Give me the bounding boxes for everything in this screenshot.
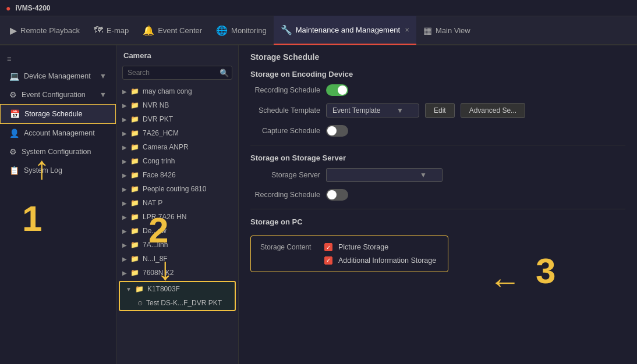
camera-panel-title: Camera bbox=[116, 45, 238, 63]
folder-icon: 📁 bbox=[130, 101, 139, 109]
recording-schedule2-toggle[interactable] bbox=[326, 189, 348, 201]
folder-icon: 📁 bbox=[130, 213, 139, 221]
sidebar-hamburger[interactable]: ≡ bbox=[0, 51, 116, 67]
monitoring-icon: 🌐 bbox=[216, 25, 228, 36]
top-nav: ▶ Remote Playback 🗺 E-map 🔔 Event Center… bbox=[0, 16, 637, 45]
sidebar-item-sys-config[interactable]: ⚙ System Configuration bbox=[0, 142, 116, 161]
nav-emap[interactable]: 🗺 E-map bbox=[87, 16, 136, 45]
section-storage-server: Storage on Storage Server bbox=[250, 154, 625, 162]
sidebar-item-sys-log[interactable]: 📋 System Log bbox=[0, 161, 116, 180]
folder-icon: 📁 bbox=[130, 87, 139, 95]
capture-schedule-label: Capture Schedule bbox=[250, 127, 320, 135]
arrow-icon: ▶ bbox=[122, 116, 127, 123]
advanced-button[interactable]: Advanced Se... bbox=[461, 103, 525, 118]
camera-item-face[interactable]: ▶ 📁 Face 8426 bbox=[116, 168, 238, 182]
search-icon[interactable]: 🔍 bbox=[220, 69, 229, 77]
camera-sub-item-test[interactable]: ⊙ Test DS-K...F_DVR PKT bbox=[120, 296, 235, 310]
camera-sub-icon: ⊙ bbox=[137, 299, 143, 307]
main-layout: ≡ 💻 Device Management ▼ ⚙ Event Configur… bbox=[0, 45, 637, 364]
arrow-icon: ▶ bbox=[122, 88, 127, 95]
nav-main-view[interactable]: ▦ Main View bbox=[416, 16, 477, 45]
camera-item-dvr-pkt[interactable]: ▶ 📁 DVR PKT bbox=[116, 112, 238, 126]
camera-item-n-8f[interactable]: ▶ 📁 N...I_8F bbox=[116, 252, 238, 266]
storage-server-row: Storage Server ▼ bbox=[250, 168, 625, 182]
camera-item-7a26-hcm[interactable]: ▶ 📁 7A26_HCM bbox=[116, 126, 238, 140]
camera-item-people-couting[interactable]: ▶ 📁 People couting 6810 bbox=[116, 182, 238, 196]
folder-icon: 📁 bbox=[130, 227, 139, 235]
picture-storage-checkbox[interactable]: ✓ bbox=[324, 243, 332, 251]
storage-content-row: Storage Content ✓ Picture Storage bbox=[260, 243, 438, 251]
schedule-template-dropdown[interactable]: Event Template ▼ bbox=[326, 104, 419, 117]
chevron-icon2: ▼ bbox=[100, 91, 107, 99]
additional-info-checkbox[interactable]: ✓ bbox=[324, 256, 332, 265]
arrow-icon: ▶ bbox=[122, 186, 127, 192]
chevron-icon: ▼ bbox=[100, 72, 107, 80]
arrow-icon: ▶ bbox=[122, 242, 127, 248]
sidebar-item-account[interactable]: 👤 Account Management bbox=[0, 124, 116, 142]
close-icon[interactable]: ✕ bbox=[405, 27, 409, 33]
arrow-icon: ▶ bbox=[122, 200, 127, 206]
camera-item-nat-p[interactable]: ▶ 📁 NAT P bbox=[116, 196, 238, 210]
schedule-template-label: Schedule Template bbox=[250, 106, 320, 115]
camera-item-k1t8003f[interactable]: ▼ 📁 K1T8003F bbox=[120, 282, 235, 296]
folder-icon: 📁 bbox=[130, 269, 139, 277]
camera-item-cong-trinh[interactable]: ▶ 📁 Cong trinh bbox=[116, 154, 238, 168]
camera-item-7a-linh[interactable]: ▶ 📁 7A...linh bbox=[116, 238, 238, 252]
recording-schedule2-row: Recording Schedule bbox=[250, 189, 625, 201]
picture-storage-label: Picture Storage bbox=[338, 243, 388, 251]
app-name: iVMS-4200 bbox=[15, 4, 50, 12]
arrow-icon: ▶ bbox=[122, 214, 127, 220]
arrow-icon: ▶ bbox=[122, 172, 127, 179]
camera-item-7608n[interactable]: ▶ 📁 7608N K2 bbox=[116, 266, 238, 280]
sidebar: ≡ 💻 Device Management ▼ ⚙ Event Configur… bbox=[0, 45, 116, 364]
nav-maintenance[interactable]: 🔧 Maintenance and Management ✕ bbox=[274, 16, 416, 45]
arrow-icon: ▶ bbox=[122, 130, 127, 137]
folder-icon: 📁 bbox=[130, 255, 139, 263]
recording-schedule2-label: Recording Schedule bbox=[250, 191, 320, 199]
folder-icon: 📁 bbox=[135, 285, 144, 293]
schedule-template-row: Schedule Template Event Template ▼ Edit … bbox=[250, 103, 625, 118]
camera-item-nvr-nb[interactable]: ▶ 📁 NVR NB bbox=[116, 98, 238, 112]
storage-server-dropdown[interactable]: ▼ bbox=[326, 168, 443, 182]
divider2 bbox=[250, 209, 625, 209]
section-encoding: Storage on Encoding Device bbox=[250, 70, 625, 78]
sys-config-icon: ⚙ bbox=[9, 147, 17, 156]
account-icon: 👤 bbox=[9, 129, 19, 138]
arrow-icon: ▶ bbox=[122, 228, 127, 234]
sidebar-item-event-config[interactable]: ⚙ Event Configuration ▼ bbox=[0, 85, 116, 104]
folder-icon: 📁 bbox=[130, 129, 139, 137]
device-icon: 💻 bbox=[9, 72, 19, 81]
storage-pc-box: Storage Content ✓ Picture Storage ✓ Addi… bbox=[250, 235, 448, 272]
storage-icon: 📅 bbox=[10, 109, 20, 119]
mainview-icon: ▦ bbox=[423, 25, 432, 36]
nav-remote-playback[interactable]: ▶ Remote Playback bbox=[3, 16, 87, 45]
title-bar: ● iVMS-4200 bbox=[0, 0, 637, 16]
event-config-icon: ⚙ bbox=[9, 90, 17, 99]
edit-button[interactable]: Edit bbox=[425, 103, 455, 118]
sidebar-item-storage-schedule[interactable]: 📅 Storage Schedule bbox=[0, 104, 116, 124]
search-input[interactable] bbox=[122, 66, 232, 80]
folder-icon: 📁 bbox=[130, 241, 139, 249]
folder-icon: 📁 bbox=[130, 143, 139, 151]
divider1 bbox=[250, 145, 625, 145]
camera-item-lpr[interactable]: ▶ 📁 LPR 7A26 HN bbox=[116, 210, 238, 224]
capture-schedule-toggle[interactable] bbox=[326, 125, 348, 137]
event-icon: 🔔 bbox=[143, 25, 154, 36]
storage-server-label: Storage Server bbox=[250, 171, 320, 179]
arrow-icon: ▼ bbox=[126, 286, 132, 292]
recording-schedule-toggle[interactable] bbox=[326, 84, 348, 96]
camera-item-de[interactable]: ▶ 📁 De...ow bbox=[116, 224, 238, 238]
storage-content-label: Storage Content bbox=[260, 243, 318, 251]
sidebar-item-device-management[interactable]: 💻 Device Management ▼ bbox=[0, 67, 116, 85]
nav-monitoring[interactable]: 🌐 Monitoring bbox=[209, 16, 274, 45]
dropdown-arrow-icon: ▼ bbox=[397, 106, 404, 115]
folder-icon: 📁 bbox=[130, 115, 139, 123]
playback-icon: ▶ bbox=[10, 25, 17, 36]
camera-item-may-cham-cong[interactable]: ▶ 📁 may cham cong bbox=[116, 84, 238, 98]
dropdown-arrow2-icon: ▼ bbox=[420, 171, 427, 179]
nav-event-center[interactable]: 🔔 Event Center bbox=[136, 16, 209, 45]
capture-schedule-row: Capture Schedule bbox=[250, 125, 625, 137]
camera-item-anpr[interactable]: ▶ 📁 Camera ANPR bbox=[116, 140, 238, 154]
recording-schedule-row: Recording Schedule bbox=[250, 84, 625, 96]
folder-icon: 📁 bbox=[130, 199, 139, 207]
